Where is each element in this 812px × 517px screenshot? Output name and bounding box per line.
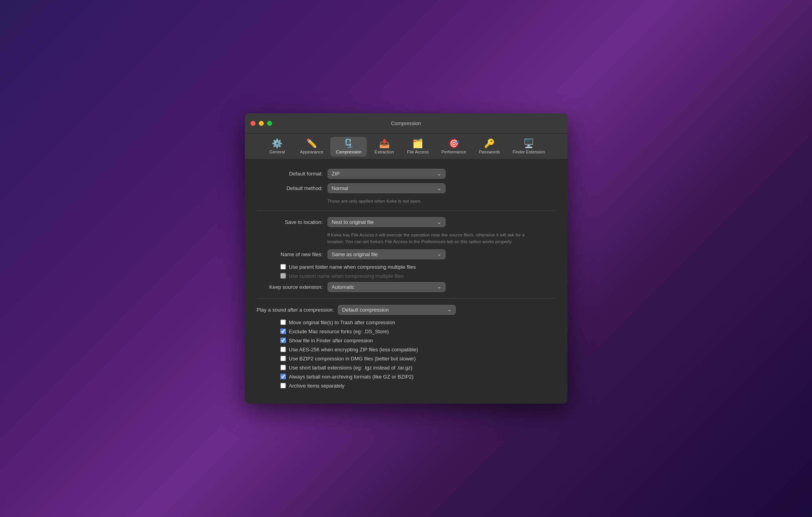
use-bzip2-checkbox[interactable] bbox=[280, 356, 286, 361]
tab-compression-label: Compression bbox=[336, 150, 361, 154]
passwords-icon: 🔑 bbox=[484, 139, 495, 148]
finder-extension-icon: 🖥️ bbox=[523, 139, 534, 148]
short-tarball-checkbox[interactable] bbox=[280, 365, 286, 370]
play-sound-row: Play a sound after a compression: Defaul… bbox=[257, 305, 556, 315]
always-tarball-label: Always tarball non-archiving formats (li… bbox=[289, 374, 414, 380]
archive-separately-label: Archive items separately bbox=[289, 383, 345, 389]
name-files-select[interactable]: Same as original file Custom bbox=[328, 249, 446, 259]
divider-2 bbox=[257, 298, 556, 299]
tab-extraction-label: Extraction bbox=[375, 150, 394, 154]
play-sound-label: Play a sound after a compression: bbox=[257, 307, 338, 313]
main-window: Compression ⚙️ General ✏️ Appearance 🗜️ … bbox=[245, 113, 567, 403]
keka-hint: Those are only applied when Keka is not … bbox=[257, 198, 532, 204]
archive-separately-checkbox[interactable] bbox=[280, 383, 286, 388]
use-aes-row: Use AES-256 when encrypting ZIP files (l… bbox=[257, 347, 556, 353]
save-location-row: Save to location: Next to original file … bbox=[257, 217, 556, 227]
close-button[interactable] bbox=[250, 121, 256, 126]
always-tarball-checkbox[interactable] bbox=[280, 374, 286, 379]
show-finder-label: Show file in Finder after compression bbox=[289, 338, 373, 343]
content-panel: Default format: ZIP TAR 7Z Default metho… bbox=[245, 159, 567, 403]
save-location-select[interactable]: Next to original file Desktop Ask every … bbox=[328, 217, 446, 227]
tab-appearance[interactable]: ✏️ Appearance bbox=[295, 137, 329, 157]
default-format-label: Default format: bbox=[257, 171, 328, 177]
keep-extension-label: Keep source extension: bbox=[257, 284, 328, 290]
default-format-select[interactable]: ZIP TAR 7Z bbox=[328, 169, 446, 179]
default-method-select-wrapper: Normal Fast Best bbox=[328, 183, 446, 193]
default-method-select[interactable]: Normal Fast Best bbox=[328, 183, 446, 193]
tab-appearance-label: Appearance bbox=[300, 150, 323, 154]
keep-extension-row: Keep source extension: Automatic Always … bbox=[257, 282, 556, 292]
tab-finder-extension[interactable]: 🖥️ Finder Extension bbox=[507, 137, 551, 157]
show-finder-row: Show file in Finder after compression bbox=[257, 338, 556, 343]
use-aes-label: Use AES-256 when encrypting ZIP files (l… bbox=[289, 347, 418, 353]
tab-extraction[interactable]: 📤 Extraction bbox=[368, 137, 400, 157]
default-method-label: Default method: bbox=[257, 185, 328, 191]
move-trash-label: Move original file(s) to Trash after com… bbox=[289, 319, 395, 325]
save-location-select-wrapper: Next to original file Desktop Ask every … bbox=[328, 217, 446, 227]
archive-separately-row: Archive items separately bbox=[257, 383, 556, 389]
default-method-row: Default method: Normal Fast Best bbox=[257, 183, 556, 193]
keep-extension-select[interactable]: Automatic Always Never bbox=[328, 282, 446, 292]
tab-general-label: General bbox=[269, 150, 285, 154]
play-sound-select-wrapper: Default compression None bbox=[338, 305, 456, 315]
parent-folder-checkbox[interactable] bbox=[280, 264, 286, 270]
parent-folder-label: Use parent folder name when compressing … bbox=[289, 264, 416, 270]
extraction-icon: 📤 bbox=[379, 139, 390, 148]
custom-name-row: Use custom name when compressing multipl… bbox=[257, 273, 556, 279]
tab-performance-label: Performance bbox=[442, 150, 466, 154]
always-tarball-row: Always tarball non-archiving formats (li… bbox=[257, 374, 556, 380]
custom-name-label: Use custom name when compressing multipl… bbox=[289, 273, 404, 279]
default-format-row: Default format: ZIP TAR 7Z bbox=[257, 169, 556, 179]
exclude-mac-label: Exclude Mac resource forks (eg: .DS_Stor… bbox=[289, 329, 389, 334]
divider-1 bbox=[257, 210, 556, 211]
tab-compression[interactable]: 🗜️ Compression bbox=[330, 137, 367, 157]
performance-icon: 🎯 bbox=[449, 139, 459, 148]
short-tarball-row: Use short tarball extensions (eg: .tgz i… bbox=[257, 365, 556, 371]
use-bzip2-label: Use BZIP2 compression in DMG files (bett… bbox=[289, 356, 416, 362]
minimize-button[interactable] bbox=[259, 121, 264, 126]
traffic-lights bbox=[250, 121, 272, 126]
tab-passwords-label: Passwords bbox=[479, 150, 500, 154]
exclude-mac-row: Exclude Mac resource forks (eg: .DS_Stor… bbox=[257, 329, 556, 334]
tab-finder-extension-label: Finder Extension bbox=[513, 150, 545, 154]
move-trash-row: Move original file(s) to Trash after com… bbox=[257, 319, 556, 325]
show-finder-checkbox[interactable] bbox=[280, 338, 286, 343]
exclude-mac-checkbox[interactable] bbox=[280, 329, 286, 334]
save-location-label: Save to location: bbox=[257, 219, 328, 225]
save-location-hint: If Keka has File Access it will execute … bbox=[257, 232, 532, 244]
file-access-icon: 🗂️ bbox=[412, 139, 423, 148]
tab-file-access[interactable]: 🗂️ File Access bbox=[401, 137, 435, 157]
appearance-icon: ✏️ bbox=[306, 139, 317, 148]
use-bzip2-row: Use BZIP2 compression in DMG files (bett… bbox=[257, 356, 556, 362]
tab-file-access-label: File Access bbox=[407, 150, 429, 154]
default-format-select-wrapper: ZIP TAR 7Z bbox=[328, 169, 446, 179]
parent-folder-row: Use parent folder name when compressing … bbox=[257, 264, 556, 270]
titlebar: Compression bbox=[245, 113, 567, 134]
toolbar: ⚙️ General ✏️ Appearance 🗜️ Compression … bbox=[245, 134, 567, 159]
custom-name-checkbox[interactable] bbox=[280, 273, 286, 279]
compression-icon: 🗜️ bbox=[343, 139, 354, 148]
use-aes-checkbox[interactable] bbox=[280, 347, 286, 352]
move-trash-checkbox[interactable] bbox=[280, 319, 286, 325]
tab-general[interactable]: ⚙️ General bbox=[261, 137, 293, 157]
maximize-button[interactable] bbox=[267, 121, 272, 126]
name-files-select-wrapper: Same as original file Custom bbox=[328, 249, 446, 259]
keep-extension-select-wrapper: Automatic Always Never bbox=[328, 282, 446, 292]
name-files-row: Name of new files: Same as original file… bbox=[257, 249, 556, 259]
name-files-label: Name of new files: bbox=[257, 251, 328, 257]
tab-performance[interactable]: 🎯 Performance bbox=[436, 137, 472, 157]
tab-passwords[interactable]: 🔑 Passwords bbox=[473, 137, 506, 157]
gear-icon: ⚙️ bbox=[272, 139, 282, 148]
play-sound-select[interactable]: Default compression None bbox=[338, 305, 456, 315]
window-title: Compression bbox=[391, 120, 421, 126]
short-tarball-label: Use short tarball extensions (eg: .tgz i… bbox=[289, 365, 412, 371]
